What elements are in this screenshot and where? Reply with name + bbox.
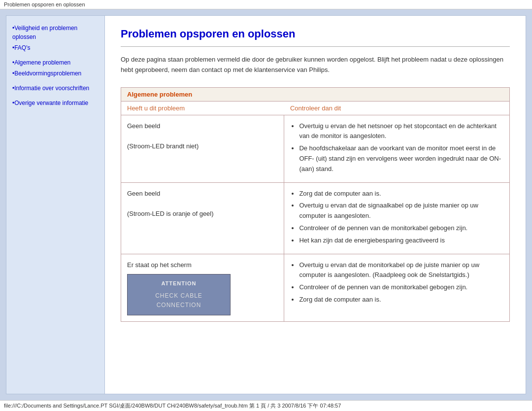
solution-item: Controleer of de pennen van de monitorka… [299, 223, 503, 234]
col1-header: Heeft u dit probleem [121, 101, 284, 115]
table-section-header: Algemene problemen [121, 87, 510, 101]
title-divider [121, 46, 510, 47]
status-bar: file:///C:/Documents and Settings/Lance.… [0, 400, 532, 411]
solution-item: Overtuig u ervan dat de signaalkabel op … [299, 201, 503, 221]
table-row: Geen beeld(Stroom-LED is oranje of geel)… [121, 182, 510, 254]
col-header-row: Heeft u dit probleem Controleer dan dit [121, 101, 510, 115]
sidebar-link-algemene[interactable]: •Algemene problemen [12, 58, 99, 67]
attention-box: ATTENTION CHECK CABLE CONNECTION [127, 274, 231, 315]
title-bar-text: Problemen opsporen en oplossen [4, 1, 85, 7]
sidebar-link-veiligheid[interactable]: •Veiligheid en problemen oplossen [12, 24, 99, 41]
solution-item: Controleer of de pennen van de monitorka… [299, 282, 503, 293]
col2-header: Controleer dan dit [284, 101, 510, 115]
problems-table: Algemene problemen Heeft u dit probleem … [121, 87, 510, 322]
solution-cell-3: Overtuig u ervan dat de monitorkabel op … [284, 254, 510, 322]
problem-cell-2: Geen beeld(Stroom-LED is oranje of geel) [121, 182, 284, 254]
sidebar-link-beeldvorming[interactable]: •Beeldvormingsproblemen [12, 69, 99, 78]
problem-cell-1: Geen beeld(Stroom-LED brandt niet) [121, 115, 284, 182]
page-title: Problemen opsporen en oplossen [121, 28, 510, 40]
sidebar-group-3: •Informatie over voorschriften [12, 84, 99, 93]
sidebar-link-informatie[interactable]: •Informatie over voorschriften [12, 84, 99, 93]
main-content: •Veiligheid en problemen oplossen •FAQ's… [0, 9, 532, 400]
problem-label-3: Er staat op het scherm [127, 261, 192, 269]
solution-item: Overtuig u ervan de het netsnoer op het … [299, 121, 503, 142]
table-row: Er staat op het scherm ATTENTION CHECK C… [121, 254, 510, 322]
status-bar-text: file:///C:/Documents and Settings/Lance.… [4, 403, 341, 409]
solution-item: Overtuig u ervan dat de monitorkabel op … [299, 260, 503, 281]
sidebar-link-overige[interactable]: •Overige verwante informatie [12, 99, 99, 107]
table-section-header-row: Algemene problemen [121, 87, 510, 101]
sidebar-group-4: •Overige verwante informatie [12, 99, 99, 107]
content-area: Problemen opsporen en oplossen Op deze p… [104, 15, 526, 394]
problem-cell-3: Er staat op het scherm ATTENTION CHECK C… [121, 254, 284, 322]
title-bar: Problemen opsporen en oplossen [0, 0, 532, 9]
solution-cell-2: Zorg dat de computer aan is. Overtuig u … [284, 182, 510, 254]
attention-subtitle: CHECK CABLE CONNECTION [135, 291, 222, 310]
sidebar: •Veiligheid en problemen oplossen •FAQ's… [6, 15, 104, 394]
sidebar-link-faqs[interactable]: •FAQ's [12, 43, 99, 52]
solution-cell-1: Overtuig u ervan de het netsnoer op het … [284, 115, 510, 182]
solution-item: Zorg dat de computer aan is. [299, 295, 503, 305]
table-row: Geen beeld(Stroom-LED brandt niet) Overt… [121, 115, 510, 182]
sidebar-group-2: •Algemene problemen •Beeldvormingsproble… [12, 58, 99, 78]
intro-text: Op deze pagina staan problemen vermeld d… [121, 55, 510, 75]
solution-item: De hoofdschakelaar aan de voorkant van d… [299, 143, 503, 174]
solution-item: Zorg dat de computer aan is. [299, 189, 503, 199]
solution-item: Het kan zijn dat de energiebesparing gea… [299, 236, 503, 246]
sidebar-group-1: •Veiligheid en problemen oplossen •FAQ's [12, 24, 99, 52]
attention-title: ATTENTION [135, 279, 222, 288]
